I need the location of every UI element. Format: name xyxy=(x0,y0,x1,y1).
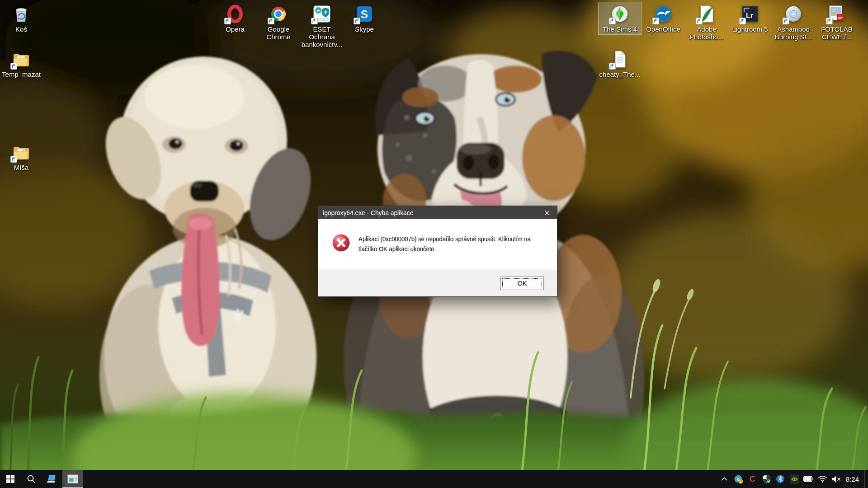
shortcut-arrow-icon xyxy=(739,18,746,24)
desktop-icon-the-sims-4[interactable]: The Sims 4 xyxy=(598,2,642,35)
chevron-up-icon xyxy=(721,477,727,481)
shortcut-arrow-icon xyxy=(224,18,231,24)
close-button[interactable] xyxy=(537,206,557,219)
icon-label: Skype xyxy=(355,25,374,33)
svg-text:S: S xyxy=(361,8,368,20)
windows-defender-icon xyxy=(762,474,771,484)
taskbar: e ! C xyxy=(0,470,868,488)
error-dialog: igoproxy64.exe - Chyba aplikace xyxy=(318,206,557,297)
tray-volume-muted-icon[interactable] xyxy=(830,470,844,488)
nvidia-icon xyxy=(790,474,799,484)
search-icon xyxy=(27,474,36,483)
tray-nvidia-icon[interactable] xyxy=(788,470,802,488)
icon-label: Míša xyxy=(14,164,29,171)
svg-text:!: ! xyxy=(740,479,741,483)
shortcut-arrow-icon xyxy=(826,18,833,24)
shortcut-arrow-icon xyxy=(609,18,616,24)
desktop-icon-opera[interactable]: Opera xyxy=(213,2,257,35)
dialog-titlebar[interactable]: igoproxy64.exe - Chyba aplikace xyxy=(318,206,557,219)
svg-text:e: e xyxy=(317,8,320,13)
icon-label: The Sims 4 xyxy=(603,25,637,33)
shortcut-arrow-icon xyxy=(652,18,659,24)
desktop-icon-ashampoo-burning[interactable]: Ashampoo Burning St... xyxy=(772,2,815,42)
shortcut-arrow-icon xyxy=(268,18,274,24)
icon-label: Adobe Photosho... xyxy=(689,25,724,41)
tray-defender-icon[interactable] xyxy=(760,470,774,488)
taskbar-app-computer[interactable] xyxy=(42,470,62,488)
close-icon xyxy=(544,210,550,216)
system-tray: e ! C xyxy=(717,470,868,488)
dialog-title: igoproxy64.exe - Chyba aplikace xyxy=(318,209,519,216)
shortcut-arrow-icon xyxy=(696,18,703,24)
shortcut-arrow-icon xyxy=(783,18,789,24)
icon-label: Ashampoo Burning St... xyxy=(775,25,812,41)
battery-icon xyxy=(803,476,813,482)
dialog-body: Aplikaci (0xc000007b) se nepodařilo sprá… xyxy=(318,219,557,270)
ccleaner-icon: C xyxy=(748,474,757,483)
desktop-icon-recycle-bin[interactable]: Koš xyxy=(0,2,43,35)
desktop-icon-openoffice[interactable]: OpenOffice xyxy=(642,2,685,35)
icon-label: OpenOffice xyxy=(646,25,680,33)
dialog-footer: OK xyxy=(318,270,557,296)
icon-label: ESET Ochrana bankovnictv... xyxy=(302,25,343,48)
tray-wifi-icon[interactable] xyxy=(816,470,830,488)
hidden-icons-chevron[interactable] xyxy=(717,470,731,488)
desktop-icon-adobe-photoshop[interactable]: Adobe Photosho... xyxy=(685,2,728,42)
icon-label: Opera xyxy=(226,25,245,33)
volume-muted-icon xyxy=(831,475,841,483)
eset-icon: e ! xyxy=(734,474,743,484)
desktop: Koš Temp_mazat xyxy=(0,0,868,488)
tray-battery-icon[interactable] xyxy=(802,470,816,488)
shortcut-arrow-icon xyxy=(609,63,616,70)
icon-label: Google Chrome xyxy=(266,25,290,41)
windows-logo-icon xyxy=(6,475,14,483)
desktop-icon-fotolab-cewe[interactable]: FOTOLAB CEWE f... xyxy=(815,2,859,42)
laptop-icon xyxy=(47,474,57,483)
icon-label: cheaty_The... xyxy=(599,70,641,78)
bluetooth-icon xyxy=(776,474,785,483)
error-message: Aplikaci (0xc000007b) se nepodařilo sprá… xyxy=(359,233,557,270)
wifi-icon xyxy=(818,475,827,483)
tray-bluetooth-icon[interactable] xyxy=(774,470,788,488)
ok-button[interactable]: OK xyxy=(500,277,544,290)
taskbar-app-active-window[interactable] xyxy=(62,470,83,488)
tray-eset-icon[interactable]: e ! xyxy=(731,470,745,488)
search-button[interactable] xyxy=(21,470,42,488)
icon-label: Lightroom 5 xyxy=(732,25,768,33)
svg-text:C: C xyxy=(750,474,755,483)
desktop-icon-eset-banking[interactable]: e ESET Ochrana bankovnictv... xyxy=(300,2,344,50)
shortcut-arrow-icon xyxy=(354,18,360,24)
icon-label: FOTOLAB CEWE f... xyxy=(821,25,853,41)
desktop-icon-lightroom-5[interactable]: Lr Lightroom 5 xyxy=(728,2,772,35)
icon-label: Temp_mazat xyxy=(2,70,41,78)
show-desktop-button[interactable] xyxy=(864,470,867,488)
shortcut-arrow-icon xyxy=(10,63,17,70)
svg-text:Lr: Lr xyxy=(746,12,753,19)
desktop-icon-cheaty-the[interactable]: cheaty_The... xyxy=(598,47,642,80)
shortcut-arrow-icon xyxy=(311,18,318,24)
start-button[interactable] xyxy=(0,470,21,488)
recycle-bin-icon xyxy=(11,4,31,24)
taskbar-clock[interactable]: 8:24 xyxy=(844,475,864,483)
tray-ccleaner-icon[interactable]: C xyxy=(745,470,760,488)
error-icon xyxy=(332,234,350,252)
desktop-icon-google-chrome[interactable]: Google Chrome xyxy=(257,2,300,42)
application-window-icon xyxy=(67,474,78,483)
icon-label: Koš xyxy=(15,25,27,33)
desktop-icon-skype[interactable]: S Skype xyxy=(343,2,386,35)
shortcut-arrow-icon xyxy=(10,156,17,163)
desktop-icon-misa[interactable]: Míša xyxy=(0,140,43,173)
desktop-icon-temp-mazat[interactable]: Temp_mazat xyxy=(0,47,43,80)
